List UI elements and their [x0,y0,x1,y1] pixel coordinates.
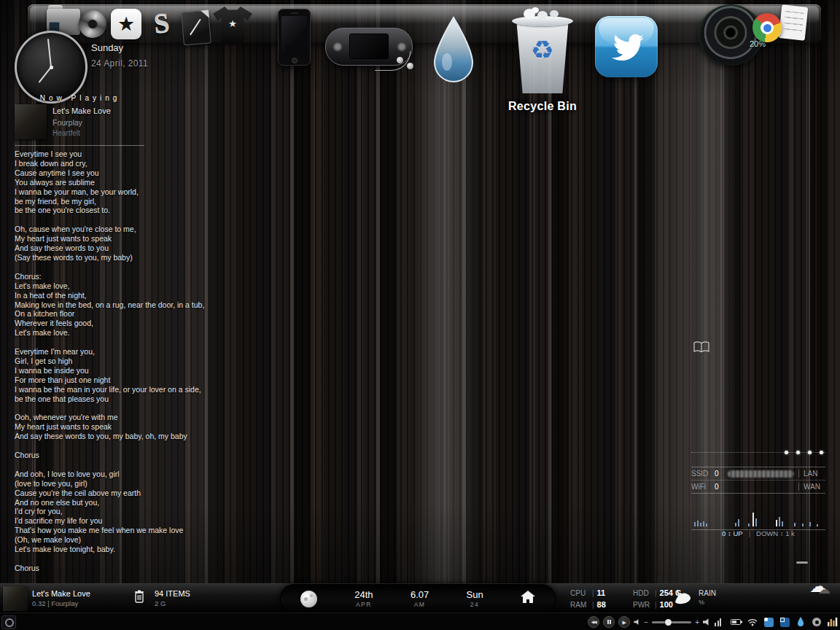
analog-clock [15,31,88,104]
tray-gear-icon[interactable] [811,616,822,628]
network-row-wifi: WiFi 0 WAN [691,480,825,493]
dots-slider[interactable] [691,449,825,456]
volume-up-button[interactable]: + [695,618,699,626]
ssid-label: SSID [691,470,715,478]
tray-wireless-icon[interactable] [747,616,758,628]
iphone-icon[interactable] [278,9,311,66]
webpage-thumb [779,4,809,41]
slider-dot[interactable] [820,451,823,454]
pill-meridiem: AM [411,601,429,608]
pill-weekday-name: Sun [467,589,483,600]
home-icon[interactable] [521,591,535,607]
webpage-lines [783,11,804,35]
taskbar: ◀◀ ▶ − + [0,612,840,630]
lan-label: LAN [798,470,825,478]
speaker-low-icon[interactable] [634,619,640,626]
now-playing-divider [15,145,144,146]
track-thumbnail[interactable] [3,586,28,611]
pill-date-month: APR [354,601,373,608]
mouse-icon [671,588,693,609]
stat-cpu: CPU|11 [570,588,633,597]
network-graph [691,509,825,530]
recycle-size: 2 G [155,599,190,607]
star-glyph: ★ [117,15,135,34]
rewind-button[interactable]: ◀◀ [588,616,599,628]
launcher-ring [5,618,14,627]
pill-date: 24th APR [354,589,373,608]
levels-icon[interactable] [715,618,721,626]
bar-track-detail: 0.32 | Fourplay [32,599,78,607]
crumpled-paper [524,9,535,19]
lyrics-text: Everytime I see you I break down and cry… [15,149,321,573]
recycle-bin-icon[interactable]: ♻ [510,10,575,93]
tray-droplet-icon[interactable] [795,616,806,628]
date-widget: Sunday 24 April, 2011 [91,42,148,69]
earbud-icon [397,57,403,63]
minimized-window-dash[interactable] [796,561,808,564]
recycle-symbol: ♻ [531,35,554,66]
phone-speaker-slit [291,12,298,14]
speaker-high-icon[interactable] [703,618,711,626]
datetime-pill: 24th APR 6.07 AM Sun 24 [280,584,556,613]
volume-knob[interactable] [665,619,672,626]
weather-cloud-icon[interactable]: ☁ ☁ [809,576,839,596]
navy-app-tile [780,618,790,627]
traffic-labels: 0 ↕ UP | DOWN ↕ 1 k [691,529,825,537]
psp-buttons [397,42,407,52]
bin-rim [512,16,573,26]
volume-down-button[interactable]: − [644,618,648,626]
network-row-ssid: SSID 0 LAN [691,467,825,480]
book-icon[interactable] [693,341,709,356]
pause-bars [607,620,611,624]
clock-pin [50,66,53,69]
dotted-track [691,452,825,453]
tshirt-star-glyph: ★ [228,18,237,28]
twitter-icon[interactable] [595,16,658,77]
pill-date-day: 24th [354,589,373,600]
slider-dot[interactable] [785,451,788,454]
download-label: DOWN ↕ 1 k [756,529,795,537]
upload-label: 0 ↕ UP [722,529,743,537]
water-drop-icon[interactable] [430,16,477,86]
pill-time: 6.07 AM [411,589,429,608]
stat-ram: RAM|88 [570,600,633,609]
moon-icon [300,591,317,607]
date-label: 24 April, 2011 [91,58,148,69]
star-app-icon[interactable]: ★ [111,9,141,39]
rain-label: RAIN [699,589,716,597]
chrome-icon[interactable] [752,6,811,47]
hour-hand [39,66,52,83]
blue-app-tile [764,618,774,627]
media-swirl-icon[interactable] [79,10,106,38]
launcher-icon[interactable] [1,615,16,629]
phone-home-button [292,58,298,63]
winamp-icon[interactable]: S [146,6,178,39]
rain-widget: RAIN % [699,589,716,606]
tray-app-navy-icon[interactable] [779,616,790,628]
pause-button[interactable] [603,616,615,628]
volume-slider[interactable] [652,621,691,623]
taskbar-right: ◀◀ ▶ − + [588,613,839,630]
wifi-label: WiFi [691,483,715,491]
ssid-value: 0 [715,470,728,478]
psp-icon[interactable] [325,28,421,74]
slider-dot[interactable] [808,451,812,454]
bar-track-title: Let's Make Love [32,589,90,598]
slider-dot[interactable] [796,451,800,454]
pill-day-number: 24 [467,601,483,608]
cloud-front-glyph: ☁ [818,582,831,597]
tray-equalizer-icon[interactable] [827,616,839,628]
ssid-obscured-name [728,470,794,478]
minute-hand [47,39,52,67]
album-art[interactable] [15,104,47,139]
notes-icon[interactable] [181,9,211,45]
track-album: Heartfelt [52,129,80,137]
pill-weekday: Sun 24 [467,589,483,608]
winamp-letter: S [152,6,171,39]
tray-app-blue-icon[interactable] [763,616,774,628]
trash-icon[interactable] [134,590,144,606]
tray-battery-icon[interactable] [731,616,742,628]
system-tray [731,616,839,628]
traffic-separator: | [749,529,750,537]
play-button[interactable]: ▶ [618,616,630,628]
